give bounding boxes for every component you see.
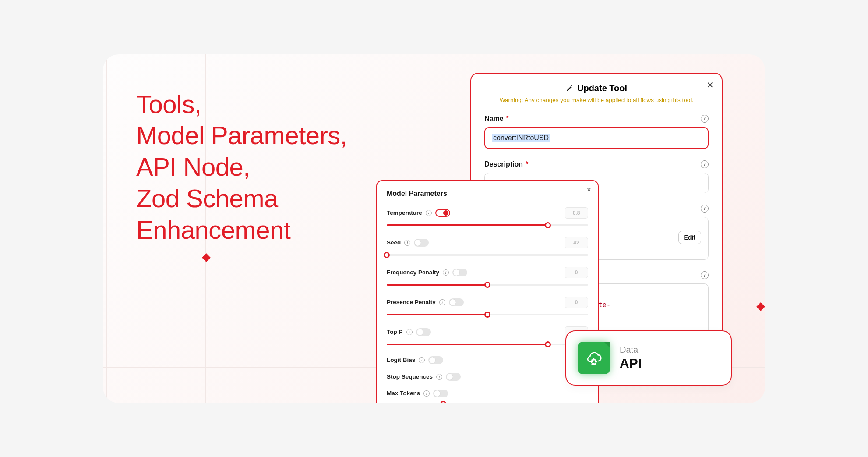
param-slider[interactable] [387,222,588,228]
param-label: Top P [387,329,403,335]
gridline [760,54,760,403]
close-icon[interactable]: ✕ [586,186,592,193]
api-node-category: Data [620,345,642,355]
param-top-p: Top P i 0.8 [387,326,588,347]
info-icon[interactable]: i [701,205,709,213]
param-value[interactable]: 42 [565,237,588,248]
info-icon[interactable]: i [426,210,432,216]
param-max-tokens: Max Tokens i [387,390,588,403]
info-icon[interactable]: i [439,299,445,305]
gridline [103,57,765,57]
param-label: Presence Penalty [387,299,436,305]
param-slider[interactable] [387,312,588,318]
info-icon[interactable]: i [701,271,709,279]
info-icon[interactable]: i [423,390,430,397]
param-toggle[interactable] [435,209,450,217]
headline-line: Tools, [136,89,347,120]
param-slider[interactable] [387,401,588,403]
param-label: Seed [387,239,401,246]
edit-button[interactable]: Edit [678,231,701,244]
param-temperature: Temperature i 0.8 [387,207,588,228]
param-label: Stop Sequences [387,373,433,380]
panel-title-text: Update Tool [577,83,627,93]
param-label: Temperature [387,209,422,216]
api-node-text: Data API [620,345,642,371]
param-toggle[interactable] [414,239,429,247]
required-marker: * [506,115,509,123]
info-icon[interactable]: i [436,374,442,380]
info-icon[interactable]: i [701,160,709,168]
diamond-marker [756,302,765,311]
param-value[interactable]: 0.8 [565,207,588,219]
close-icon[interactable]: ✕ [706,80,714,90]
promo-canvas: Tools, Model Parameters, API Node, Zod S… [103,54,765,403]
param-label: Logit Bias [387,357,415,363]
param-slider[interactable] [387,282,588,288]
param-toggle[interactable] [446,373,461,381]
param-value[interactable]: 0 [565,297,588,308]
field-label: Name [484,115,504,123]
headline-line: Model Parameters, [136,120,347,151]
panel-title: Model Parameters [387,190,588,198]
param-stop-sequences: Stop Sequences i [387,373,588,381]
cloud-api-icon [578,342,610,374]
required-marker: * [526,160,528,168]
info-icon[interactable]: i [443,269,449,276]
param-label: Frequency Penalty [387,269,439,276]
param-frequency-penalty: Frequency Penalty i 0 [387,267,588,288]
field-label: Description [484,160,523,168]
headline-line: Enhancement [136,214,347,246]
info-icon[interactable]: i [404,240,410,246]
api-node-name: API [620,356,642,371]
name-input-value: convertINRtoUSD [492,134,550,142]
param-toggle[interactable] [416,328,431,336]
diamond-marker [202,253,211,262]
param-value[interactable]: 0 [565,267,588,278]
headline-line: API Node, [136,151,347,183]
param-label: Max Tokens [387,390,420,397]
field-name: Name * i convertINRtoUSD [484,115,709,149]
gridline [106,54,107,403]
param-toggle[interactable] [452,269,467,276]
info-icon[interactable]: i [406,329,413,335]
param-slider[interactable] [387,252,588,258]
param-toggle[interactable] [449,298,464,306]
name-input[interactable]: convertINRtoUSD [484,127,709,149]
param-toggle[interactable] [433,390,448,397]
info-icon[interactable]: i [419,357,425,363]
param-logit-bias: Logit Bias i [387,356,588,364]
pencil-icon [566,84,574,92]
headline-line: Zod Schema [136,183,347,214]
panel-title: Update Tool [484,83,709,93]
param-slider[interactable] [387,341,588,347]
param-seed: Seed i 42 [387,237,588,258]
headline: Tools, Model Parameters, API Node, Zod S… [136,89,347,246]
info-icon[interactable]: i [701,115,709,123]
api-node-card[interactable]: Data API [565,330,732,386]
warning-text: Warning: Any changes you make will be ap… [484,97,709,103]
param-toggle[interactable] [428,356,443,364]
param-presence-penalty: Presence Penalty i 0 [387,297,588,318]
